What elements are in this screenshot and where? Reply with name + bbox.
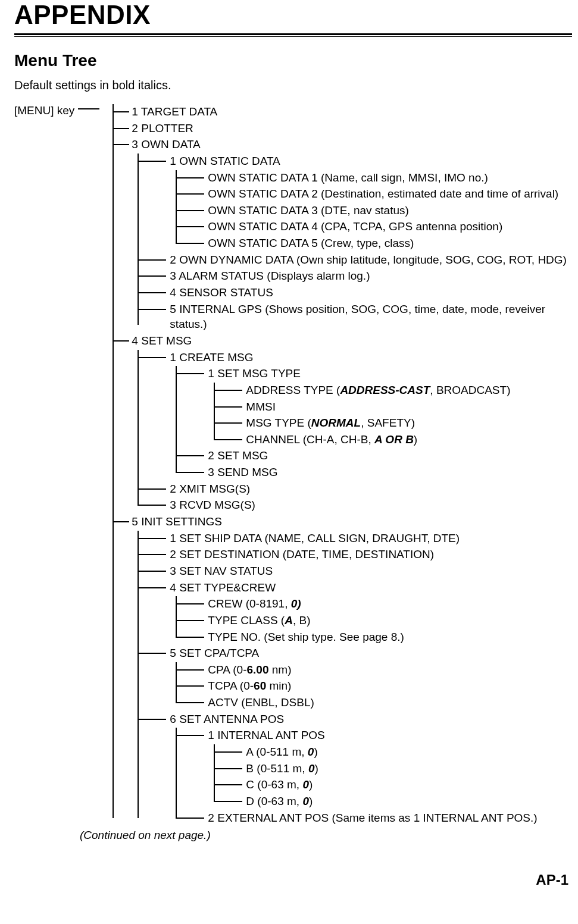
page-title: APPENDIX (14, 0, 572, 30)
tree-node: 3 SET NAV STATUS (158, 563, 572, 579)
tree-node: 1 SET SHIP DATA (NAME, CALL SIGN, DRAUGH… (158, 531, 572, 546)
tree-node-label: CHANNEL (CH-A, CH-B, A OR B) (246, 433, 417, 446)
tree-node-label: TYPE NO. (Set ship type. See page 8.) (208, 631, 404, 643)
tree-node: 4 SET MSG1 CREATE MSG1 SET MSG TYPEADDRE… (120, 333, 572, 513)
tree-node-label: TYPE CLASS (A, B) (208, 614, 310, 627)
tree-node-label: 2 PLOTTER (132, 122, 193, 134)
tree-node-label: 1 SET MSG TYPE (208, 367, 301, 380)
tree-node-label: 4 SENSOR STATUS (170, 286, 273, 299)
tree-node: 6 SET ANTENNA POS1 INTERNAL ANT POSA (0-… (158, 712, 572, 825)
tree-node: MSG TYPE (NORMAL, SAFETY) (234, 415, 572, 431)
tree-node: 5 INIT SETTINGS1 SET SHIP DATA (NAME, CA… (120, 514, 572, 825)
tree-node: CPA (0-6.00 nm) (196, 662, 572, 678)
menu-tree-root-label: [MENU] key (14, 103, 108, 118)
tree-node: 5 INTERNAL GPS (Shows position, SOG, COG… (158, 302, 572, 332)
tree-node: MMSI (234, 399, 572, 415)
tree-node: 2 SET DESTINATION (DATE, TIME, DESTINATI… (158, 547, 572, 562)
tree-node: 1 CREATE MSG1 SET MSG TYPEADDRESS TYPE (… (158, 350, 572, 480)
tree-node-label: OWN STATIC DATA 5 (Crew, type, class) (208, 237, 414, 249)
menu-tree-root-children: 1 TARGET DATA2 PLOTTER3 OWN DATA1 OWN ST… (108, 103, 572, 826)
menu-tree: [MENU] key 1 TARGET DATA2 PLOTTER3 OWN D… (14, 103, 572, 826)
tree-node-label: CREW (0-8191, 0) (208, 597, 301, 610)
tree-node-label: ACTV (ENBL, DSBL) (208, 696, 314, 709)
tree-node-label: 3 SET NAV STATUS (170, 565, 273, 577)
tree-node-label: 1 TARGET DATA (132, 105, 217, 118)
tree-node: 3 ALARM STATUS (Displays alarm log.) (158, 268, 572, 284)
tree-node-label: 3 RCVD MSG(S) (170, 499, 255, 511)
tree-node: 3 OWN DATA1 OWN STATIC DATAOWN STATIC DA… (120, 137, 572, 332)
section-heading: Menu Tree (14, 51, 572, 70)
tree-node-label: 5 INTERNAL GPS (Shows position, SOG, COG… (170, 303, 545, 331)
tree-node-label: 1 CREATE MSG (170, 351, 253, 364)
title-rule-thin (14, 36, 572, 37)
tree-node: CHANNEL (CH-A, CH-B, A OR B) (234, 432, 572, 447)
tree-node: 4 SET TYPE&CREWCREW (0-8191, 0)TYPE CLAS… (158, 580, 572, 645)
tree-node: OWN STATIC DATA 3 (DTE, nav status) (196, 203, 572, 218)
tree-node: 2 XMIT MSG(S) (158, 481, 572, 497)
tree-node: ACTV (ENBL, DSBL) (196, 695, 572, 710)
tree-node-label: 2 EXTERNAL ANT POS (Same items as 1 INTE… (208, 812, 537, 824)
tree-node: 2 PLOTTER (120, 121, 572, 136)
tree-node-label: OWN STATIC DATA 2 (Destination, estimate… (208, 187, 558, 200)
tree-node: 2 SET MSG (196, 448, 572, 463)
tree-node-label: 3 OWN DATA (132, 138, 200, 151)
tree-node-label: 1 OWN STATIC DATA (170, 155, 280, 167)
tree-node-label: 5 SET CPA/TCPA (170, 647, 259, 659)
tree-node: B (0-511 m, 0) (234, 761, 572, 776)
tree-node-label: B (0-511 m, 0) (246, 762, 318, 775)
tree-node-label: C (0-63 m, 0) (246, 778, 313, 791)
tree-node: CREW (0-8191, 0) (196, 596, 572, 612)
tree-node-label: 2 XMIT MSG(S) (170, 483, 250, 495)
tree-node-label: 1 INTERNAL ANT POS (208, 729, 324, 741)
tree-node: 1 OWN STATIC DATAOWN STATIC DATA 1 (Name… (158, 154, 572, 251)
tree-node-label: 2 SET DESTINATION (DATE, TIME, DESTINATI… (170, 548, 434, 560)
tree-node-label: OWN STATIC DATA 1 (Name, call sign, MMSI… (208, 171, 488, 184)
page-number: AP-1 (14, 872, 572, 888)
tree-node: OWN STATIC DATA 2 (Destination, estimate… (196, 186, 572, 202)
tree-node: 3 SEND MSG (196, 465, 572, 480)
tree-node-label: MSG TYPE (NORMAL, SAFETY) (246, 416, 415, 429)
tree-node: A (0-511 m, 0) (234, 744, 572, 760)
tree-node: 1 TARGET DATA (120, 104, 572, 120)
tree-node: C (0-63 m, 0) (234, 777, 572, 793)
tree-node-label: 4 SET TYPE&CREW (170, 581, 276, 594)
tree-node-label: 3 SEND MSG (208, 466, 277, 478)
tree-node-label: 1 SET SHIP DATA (NAME, CALL SIGN, DRAUGH… (170, 532, 460, 544)
tree-node: OWN STATIC DATA 5 (Crew, type, class) (196, 236, 572, 251)
tree-node-label: D (0-63 m, 0) (246, 795, 313, 807)
tree-node: TYPE NO. (Set ship type. See page 8.) (196, 629, 572, 645)
tree-node: TYPE CLASS (A, B) (196, 613, 572, 628)
default-note: Default settings in bold italics. (14, 79, 572, 92)
tree-node: TCPA (0-60 min) (196, 678, 572, 694)
tree-node-label: A (0-511 m, 0) (246, 746, 317, 758)
tree-node-label: ADDRESS TYPE (ADDRESS-CAST, BROADCAST) (246, 384, 510, 396)
tree-node: OWN STATIC DATA 1 (Name, call sign, MMSI… (196, 170, 572, 186)
tree-node: OWN STATIC DATA 4 (CPA, TCPA, GPS antenn… (196, 219, 572, 234)
tree-node: 1 SET MSG TYPEADDRESS TYPE (ADDRESS-CAST… (196, 366, 572, 447)
tree-node-label: OWN STATIC DATA 4 (CPA, TCPA, GPS antenn… (208, 220, 502, 233)
tree-node-label: 4 SET MSG (132, 334, 192, 347)
tree-node-label: TCPA (0-60 min) (208, 679, 291, 692)
tree-node: 2 EXTERNAL ANT POS (Same items as 1 INTE… (196, 810, 572, 826)
continued-note: (Continued on next page.) (80, 829, 572, 842)
tree-node: 1 INTERNAL ANT POSA (0-511 m, 0)B (0-511… (196, 728, 572, 809)
tree-node: 5 SET CPA/TCPACPA (0-6.00 nm)TCPA (0-60 … (158, 646, 572, 710)
tree-node: 4 SENSOR STATUS (158, 285, 572, 300)
tree-node-label: MMSI (246, 400, 276, 413)
tree-node-label: CPA (0-6.00 nm) (208, 663, 291, 676)
tree-node-label: 6 SET ANTENNA POS (170, 713, 284, 725)
tree-node: ADDRESS TYPE (ADDRESS-CAST, BROADCAST) (234, 383, 572, 398)
tree-node-label: OWN STATIC DATA 3 (DTE, nav status) (208, 204, 408, 217)
tree-node-label: 2 OWN DYNAMIC DATA (Own ship latitude, l… (170, 253, 567, 266)
tree-node-label: 2 SET MSG (208, 449, 268, 462)
tree-node-label: 3 ALARM STATUS (Displays alarm log.) (170, 270, 370, 282)
title-rule-thick (14, 33, 572, 35)
tree-node: D (0-63 m, 0) (234, 794, 572, 809)
tree-node: 2 OWN DYNAMIC DATA (Own ship latitude, l… (158, 252, 572, 268)
tree-node: 3 RCVD MSG(S) (158, 497, 572, 513)
tree-node-label: 5 INIT SETTINGS (132, 515, 222, 528)
